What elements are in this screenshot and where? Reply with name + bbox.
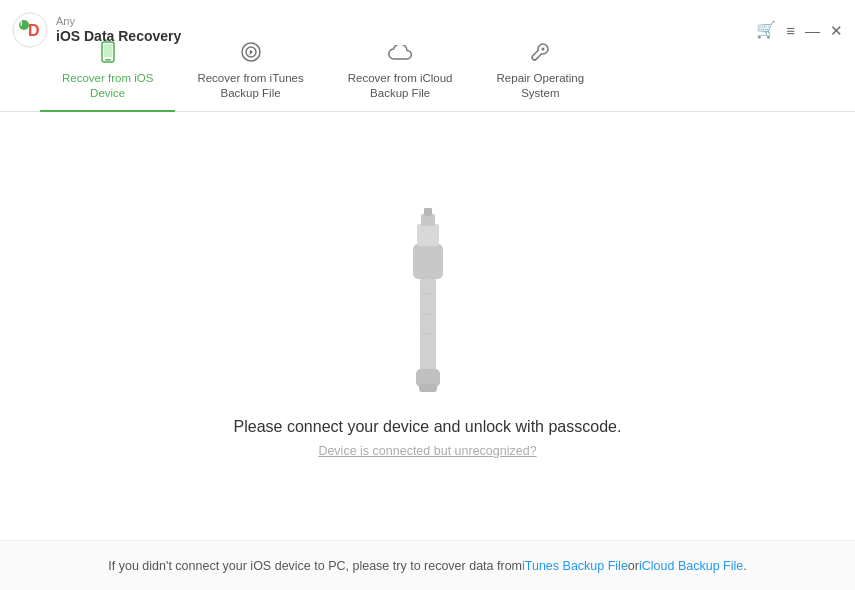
ios-device-icon — [97, 41, 119, 66]
footer-icloud-link[interactable]: iCloud Backup File — [639, 559, 743, 573]
tab-repair-label: Repair Operating System — [497, 71, 585, 101]
footer-connector: or — [628, 559, 639, 573]
connect-text: Please connect your device and unlock wi… — [234, 418, 622, 436]
footer-suffix: . — [743, 559, 746, 573]
svg-text:D: D — [28, 22, 40, 39]
tab-icloud[interactable]: Recover from iCloud Backup File — [326, 45, 475, 111]
svg-text:i: i — [20, 18, 23, 28]
unrecognized-link[interactable]: Device is connected but unrecognized? — [318, 444, 536, 458]
cart-icon[interactable]: 🛒 — [756, 22, 776, 38]
itunes-icon: ♪ — [240, 41, 262, 66]
main-content: Please connect your device and unlock wi… — [0, 112, 855, 540]
tab-itunes-label: Recover from iTunes Backup File — [197, 71, 303, 101]
icloud-icon — [388, 45, 412, 66]
svg-rect-12 — [420, 274, 436, 374]
tab-icloud-label: Recover from iCloud Backup File — [348, 71, 453, 101]
tab-itunes[interactable]: ♪ Recover from iTunes Backup File — [175, 41, 325, 111]
footer: If you didn't connect your iOS device to… — [0, 540, 855, 590]
cable-illustration — [383, 194, 473, 394]
svg-rect-21 — [419, 384, 437, 392]
svg-rect-5 — [105, 59, 111, 61]
svg-text:♪: ♪ — [248, 47, 253, 57]
footer-prefix: If you didn't connect your iOS device to… — [108, 559, 522, 573]
svg-rect-6 — [103, 44, 112, 57]
tab-repair[interactable]: Repair Operating System — [475, 41, 607, 111]
tab-ios-device[interactable]: Recover from iOS Device — [40, 41, 175, 111]
menu-icon[interactable]: ≡ — [786, 23, 795, 38]
svg-rect-13 — [413, 244, 443, 279]
close-button[interactable]: ✕ — [830, 23, 843, 38]
nav-tabs: Recover from iOS Device ♪ Recover from i… — [0, 52, 855, 112]
tab-ios-device-label: Recover from iOS Device — [62, 71, 153, 101]
lightning-cable-svg — [383, 194, 473, 394]
svg-point-11 — [542, 48, 545, 51]
window-controls: 🛒 ≡ — ✕ — [756, 22, 843, 38]
svg-rect-14 — [417, 224, 439, 246]
svg-rect-16 — [424, 208, 432, 216]
repair-icon — [529, 41, 551, 66]
minimize-button[interactable]: — — [805, 23, 820, 38]
logo-any: Any — [56, 15, 181, 28]
footer-itunes-link[interactable]: iTunes Backup File — [522, 559, 628, 573]
